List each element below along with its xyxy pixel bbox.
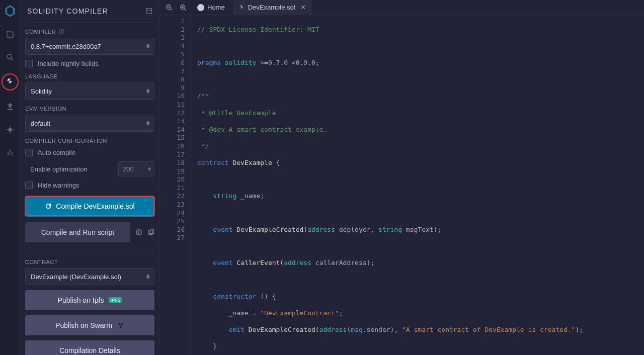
svg-rect-13 — [138, 232, 139, 234]
compiler-label: COMPILER — [25, 29, 154, 35]
home-icon — [197, 4, 204, 11]
deploy-run-icon[interactable] — [3, 100, 17, 114]
evm-label: EVM VERSION — [25, 106, 154, 112]
copy-script-icon[interactable] — [147, 229, 154, 236]
contract-label: CONTRACT — [25, 259, 154, 265]
debugger-icon[interactable] — [3, 123, 17, 137]
contract-select[interactable]: DevExample (DevExample.sol) — [25, 268, 154, 285]
svg-point-2 — [8, 128, 12, 132]
publish-ipfs-button[interactable]: Publish on Ipfs IPFS — [25, 290, 154, 310]
code-editor[interactable]: 1234567891011121314151617181920212223242… — [160, 15, 644, 355]
language-label: LANGUAGE — [25, 73, 154, 79]
compilation-details-button[interactable]: Compilation Details — [25, 340, 154, 355]
config-label: COMPILER CONFIGURATION — [25, 138, 154, 144]
evm-version-select[interactable]: default — [25, 115, 154, 132]
panel-header: SOLIDITY COMPILER — [25, 5, 154, 23]
hide-warnings-checkbox[interactable]: Hide warnings — [25, 182, 154, 189]
search-icon[interactable] — [3, 50, 17, 64]
zoom-in-icon[interactable] — [177, 2, 189, 14]
svg-line-1 — [11, 58, 14, 61]
publish-swarm-button[interactable]: Publish on Swarm — [25, 315, 154, 335]
nightly-checkbox-row[interactable]: Include nightly builds — [25, 60, 154, 67]
svg-point-0 — [7, 54, 12, 59]
swarm-icon — [117, 322, 124, 329]
line-gutter: 1234567891011121314151617181920212223242… — [160, 15, 191, 355]
compiler-version-select[interactable]: 0.8.7+commit.e28d00a7 — [25, 38, 154, 55]
svg-line-24 — [171, 9, 173, 11]
solidity-file-icon — [239, 5, 245, 11]
icon-rail — [0, 0, 20, 355]
optimization-row: Enable optimization 200 — [25, 161, 154, 176]
editor-topbar: Home DevExample.sol ✕ — [160, 0, 644, 15]
svg-rect-7 — [146, 9, 152, 14]
language-select[interactable]: Solidity — [25, 82, 154, 100]
compile-button[interactable]: Compile DevExample.sol — [25, 196, 154, 216]
svg-rect-12 — [138, 231, 139, 232]
tab-file[interactable]: DevExample.sol ✕ — [233, 0, 312, 15]
auto-compile-checkbox[interactable]: Auto compile — [25, 149, 154, 156]
refresh-icon — [45, 203, 52, 210]
file-explorer-icon[interactable] — [3, 27, 17, 41]
collapse-panel-icon[interactable] — [145, 8, 152, 15]
svg-point-16 — [118, 323, 120, 325]
remix-logo-icon[interactable] — [3, 4, 17, 18]
solidity-compiler-icon[interactable] — [2, 73, 19, 91]
compiler-info-icon — [59, 29, 64, 34]
close-tab-icon[interactable]: ✕ — [300, 4, 306, 11]
analysis-icon[interactable] — [3, 146, 17, 160]
compile-run-button[interactable]: Compile and Run script — [25, 222, 130, 242]
svg-point-17 — [121, 323, 123, 325]
ipfs-badge-icon: IPFS — [109, 297, 122, 303]
checkbox-icon[interactable] — [25, 182, 33, 189]
compiler-panel: SOLIDITY COMPILER COMPILER 0.8.7+commit.… — [20, 0, 160, 355]
svg-line-27 — [185, 9, 187, 11]
zoom-out-icon[interactable] — [163, 2, 175, 14]
svg-rect-10 — [61, 31, 62, 33]
svg-point-18 — [120, 325, 122, 327]
optimization-runs-input[interactable]: 200 — [118, 161, 154, 176]
code-body[interactable]: // SPDX-License-Identifier: MIT pragma s… — [191, 15, 644, 355]
main-area: Home DevExample.sol ✕ 123456789101112131… — [160, 0, 644, 355]
enable-optimization-checkbox[interactable]: Enable optimization — [25, 165, 87, 173]
panel-title: SOLIDITY COMPILER — [27, 7, 108, 15]
checkbox-icon[interactable] — [25, 149, 33, 156]
tab-home[interactable]: Home — [191, 0, 231, 15]
checkbox-icon[interactable] — [25, 60, 33, 67]
script-info-icon[interactable] — [135, 229, 142, 236]
